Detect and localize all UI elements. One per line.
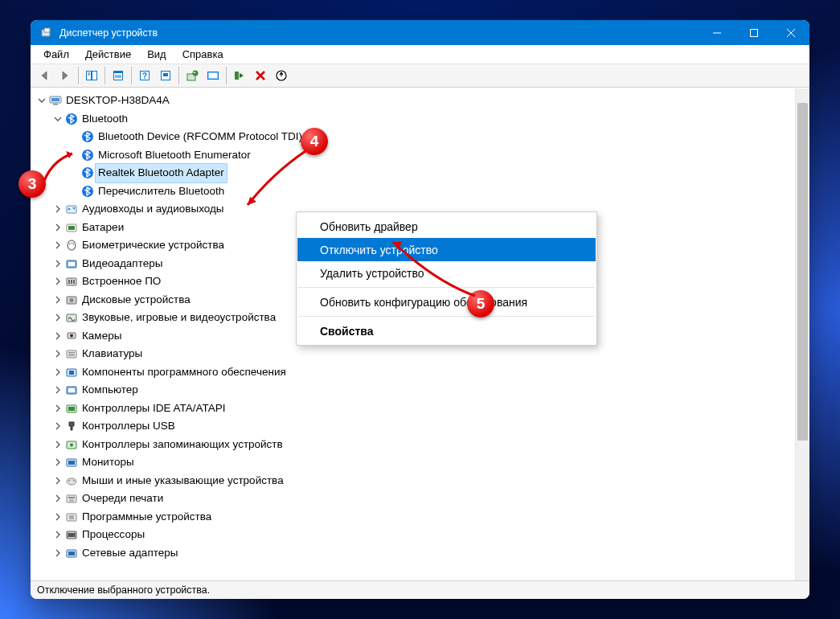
tree-category[interactable]: Очереди печати (31, 490, 795, 508)
twisty-icon[interactable] (51, 347, 64, 360)
category-label: Контроллеры запоминающих устройств (82, 436, 283, 454)
category-icon (64, 365, 78, 379)
category-icon (64, 437, 78, 451)
minimize-button[interactable] (699, 20, 736, 45)
category-icon (64, 311, 78, 325)
close-button[interactable] (772, 20, 809, 45)
window-title: Диспетчер устройств (59, 27, 699, 39)
category-label: Мониторы (82, 453, 134, 472)
ctx-scan-hardware[interactable]: Обновить конфигурацию оборудования (297, 290, 596, 314)
twisty-icon[interactable] (51, 221, 64, 234)
twisty-icon[interactable] (51, 420, 64, 432)
ctx-properties[interactable]: Свойства (297, 319, 596, 342)
category-icon (64, 256, 78, 270)
tree-category[interactable]: Процессоры (31, 526, 795, 544)
twisty-icon[interactable] (51, 492, 64, 505)
menu-action[interactable]: Действие (77, 47, 139, 62)
svg-point-59 (70, 443, 73, 446)
scan-button[interactable] (203, 66, 223, 85)
tree-device-bluetooth[interactable]: Перечислитель Bluetooth (31, 182, 795, 201)
svg-point-62 (67, 478, 76, 485)
scan-hardware-button[interactable] (156, 66, 175, 85)
tree-category-bluetooth[interactable]: Bluetooth (31, 110, 795, 129)
category-icon (64, 492, 78, 506)
twisty-icon[interactable] (51, 383, 64, 396)
bluetooth-icon (64, 112, 78, 125)
category-icon (64, 401, 78, 415)
category-label: Биометрические устройства (82, 236, 224, 255)
tree-category[interactable]: Компоненты программного обеспечения (31, 363, 795, 382)
twisty-icon[interactable] (51, 474, 64, 487)
help-button[interactable]: ? (135, 66, 154, 85)
twisty-icon[interactable] (51, 330, 64, 342)
svg-point-47 (70, 334, 73, 337)
twisty-icon[interactable] (51, 438, 64, 451)
svg-rect-21 (209, 73, 217, 78)
twisty-icon[interactable] (51, 547, 64, 560)
back-button[interactable] (35, 66, 54, 85)
enable-device-button[interactable] (230, 66, 249, 85)
uninstall-device-button[interactable] (272, 66, 291, 85)
svg-rect-50 (68, 354, 75, 355)
svg-point-64 (73, 480, 75, 482)
category-label: Дисковые устройства (82, 291, 191, 310)
toolbar-separator (226, 67, 227, 84)
ctx-separator (298, 287, 595, 288)
twisty-icon[interactable] (51, 528, 64, 541)
tree-category[interactable]: Контроллеры запоминающих устройств (31, 436, 795, 454)
category-label: Мыши и иные указывающие устройства (82, 472, 284, 490)
show-hide-tree-button[interactable] (82, 66, 101, 85)
twisty-icon[interactable] (51, 113, 64, 125)
tree-category[interactable]: Компьютер (31, 381, 795, 400)
svg-rect-51 (68, 355, 75, 356)
tree-category[interactable]: Программные устройства (31, 508, 795, 527)
forward-button[interactable] (55, 66, 75, 85)
ctx-disable-device[interactable]: Отключить устройство (297, 238, 596, 261)
twisty-icon[interactable] (51, 203, 64, 215)
ctx-update-driver[interactable]: Обновить драйвер (297, 215, 596, 238)
update-driver-button[interactable] (182, 66, 202, 85)
properties-button[interactable] (109, 66, 128, 85)
tree-category[interactable]: Контроллеры USB (31, 417, 795, 436)
tree-device-bluetooth[interactable]: Microsoft Bluetooth Enumerator (31, 146, 795, 165)
menu-view[interactable]: Вид (139, 47, 174, 62)
category-label: Клавиатуры (82, 345, 142, 363)
twisty-icon[interactable] (51, 366, 64, 379)
tree-device-bluetooth[interactable]: Bluetooth Device (RFCOMM Protocol TDI) (31, 128, 795, 146)
category-icon (64, 239, 78, 252)
category-icon (64, 510, 78, 523)
twisty-icon[interactable] (51, 293, 64, 306)
twisty-icon[interactable] (51, 510, 64, 523)
twisty-icon[interactable] (51, 275, 64, 288)
tree-category[interactable]: Мыши и иные указывающие устройства (31, 472, 795, 490)
svg-rect-7 (92, 72, 97, 80)
tree-category[interactable]: Контроллеры IDE ATA/ATAPI (31, 400, 795, 418)
tree-category[interactable]: Клавиатуры (31, 345, 795, 363)
titlebar[interactable]: Диспетчер устройств (31, 20, 809, 45)
tree-root[interactable]: DESKTOP-H38DA4A (31, 92, 795, 110)
scrollbar-thumb[interactable] (797, 103, 808, 441)
svg-rect-42 (73, 280, 75, 284)
twisty-icon[interactable] (51, 239, 64, 252)
twisty-icon[interactable] (35, 94, 48, 107)
tree-category[interactable]: Мониторы (31, 453, 795, 472)
twisty-icon[interactable] (51, 456, 64, 469)
category-icon (64, 546, 78, 560)
vertical-scrollbar[interactable] (795, 88, 809, 580)
svg-rect-11 (114, 72, 123, 74)
category-label: Bluetooth (82, 110, 128, 129)
category-icon (64, 293, 78, 306)
category-icon (64, 275, 78, 289)
maximize-button[interactable] (736, 20, 772, 45)
ctx-uninstall-device[interactable]: Удалить устройство (297, 261, 596, 285)
twisty-icon[interactable] (51, 257, 64, 270)
twisty-icon[interactable] (51, 402, 64, 415)
category-label: Компоненты программного обеспечения (82, 363, 286, 382)
disable-device-button[interactable] (251, 66, 270, 85)
category-label: Камеры (82, 327, 121, 346)
svg-point-44 (69, 298, 73, 302)
twisty-icon[interactable] (51, 311, 64, 324)
menu-file[interactable]: Файл (35, 47, 77, 62)
menu-help[interactable]: Справка (174, 47, 232, 62)
tree-device-bluetooth[interactable]: Realtek Bluetooth Adapter (31, 164, 795, 182)
